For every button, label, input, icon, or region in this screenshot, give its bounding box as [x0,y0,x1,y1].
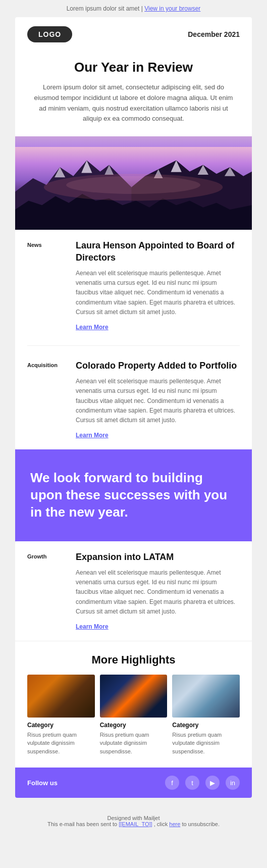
highlight-image-3 [172,675,240,718]
purple-banner: We look forward to building upon these s… [15,449,252,541]
news-item-2: Acquisition Colorado Property Added to P… [27,360,240,439]
preheader-text: Lorem ipsum dolor sit amet | [67,5,143,12]
designed-by: Designed with Mailjet [10,815,257,821]
news-body-1: Aenean vel elit scelerisque mauris pelle… [76,269,240,317]
hero-title: Our Year in Review [30,60,237,75]
second-card: Growth Expansion into LATAM Aenean vel e… [15,541,252,798]
news-item-1: News Laura Henson Appointed to Board of … [27,240,240,346]
highlights-grid: Category Risus pretium quam vulputate di… [27,675,240,756]
facebook-icon[interactable]: f [165,776,179,790]
learn-more-3[interactable]: Learn More [76,623,109,630]
highlight-text-1: Risus pretium quam vulputate dignissim s… [27,731,95,756]
highlight-category-2: Category [100,722,168,729]
svg-point-12 [66,176,200,194]
highlight-item-1: Category Risus pretium quam vulputate di… [27,675,95,756]
highlight-item-3: Category Risus pretium quam vulputate di… [172,675,240,756]
highlight-category-1: Category [27,722,95,729]
news-body-2: Aenean vel elit scelerisque mauris pelle… [76,377,240,425]
news-content-1: Laura Henson Appointed to Board of Direc… [76,240,240,331]
growth-content: Expansion into LATAM Aenean vel elit sce… [76,551,240,631]
preheader: Lorem ipsum dolor sit amet | View in you… [0,0,267,17]
growth-body: Aenean vel elit scelerisque mauris pelle… [76,568,240,617]
news-category-1: News [27,240,68,331]
click-text: , click [154,821,168,827]
follow-footer: Follow us f t ▶ in [15,768,252,798]
news-section: News Laura Henson Appointed to Board of … [15,230,252,449]
header-date: December 2021 [188,30,240,38]
email-header: LOGO December 2021 [15,17,252,52]
unsubscribe-suffix: to unsubscribe. [182,821,220,827]
social-icons: f t ▶ in [165,776,240,790]
email-wrapper: LOGO December 2021 Our Year in Review Lo… [0,17,267,808]
hero-image [15,136,252,230]
learn-more-2[interactable]: Learn More [76,432,109,439]
youtube-icon[interactable]: ▶ [205,776,220,790]
growth-item: Growth Expansion into LATAM Aenean vel e… [27,551,240,631]
email-sent-text: This e-mail has been sent to [47,821,117,827]
highlights-section: More Highlights Category Risus pretium q… [15,641,252,768]
growth-title: Expansion into LATAM [76,551,240,563]
news-title-1: Laura Henson Appointed to Board of Direc… [76,240,240,264]
highlight-image-1 [27,675,95,718]
news-title-2: Colorado Property Added to Portfolio [76,360,240,372]
highlight-text-3: Risus pretium quam vulputate dignissim s… [172,731,240,756]
highlights-title: More Highlights [27,653,240,667]
logo: LOGO [27,26,72,42]
growth-section: Growth Expansion into LATAM Aenean vel e… [15,541,252,641]
email-card: LOGO December 2021 Our Year in Review Lo… [15,17,252,449]
learn-more-1[interactable]: Learn More [76,324,109,331]
highlight-image-2 [100,675,168,718]
highlight-text-2: Risus pretium quam vulputate dignissim s… [100,731,168,756]
news-content-2: Colorado Property Added to Portfolio Aen… [76,360,240,439]
view-in-browser-link[interactable]: View in your browser [144,5,200,12]
hero-section: Our Year in Review Lorem ipsum dolor sit… [15,52,252,129]
news-category-2: Acquisition [27,360,68,439]
follow-label: Follow us [27,779,58,787]
highlight-category-3: Category [172,722,240,729]
unsubscribe-line: This e-mail has been sent to [[EMAIL_TO]… [10,821,257,827]
email-placeholder[interactable]: [[EMAIL_TO]] [119,821,152,827]
highlight-item-2: Category Risus pretium quam vulputate di… [100,675,168,756]
twitter-icon[interactable]: t [185,776,199,790]
hero-body: Lorem ipsum dolor sit amet, consectetur … [30,82,237,124]
purple-banner-text: We look forward to building upon these s… [30,470,237,521]
bottom-footer: Designed with Mailjet This e-mail has be… [0,808,267,834]
mountain-svg [15,147,252,230]
linkedin-icon[interactable]: in [226,776,240,790]
growth-category: Growth [27,551,68,631]
unsubscribe-link[interactable]: here [169,821,180,827]
